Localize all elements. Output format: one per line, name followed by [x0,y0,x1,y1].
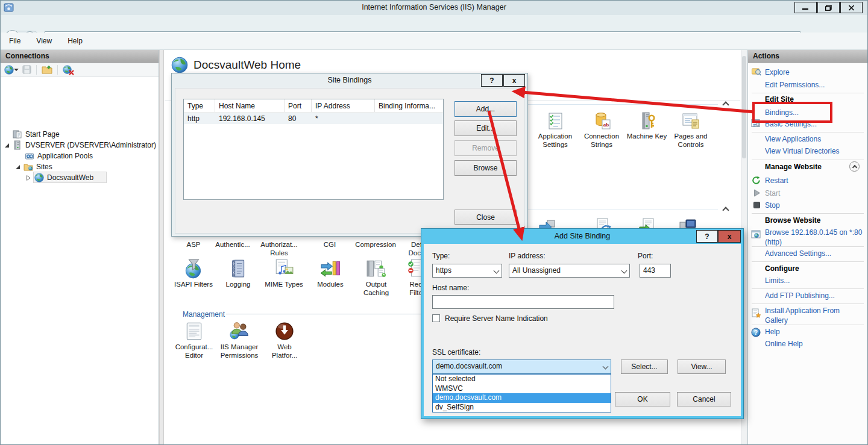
column-binding-info[interactable]: Binding Informa... [375,99,443,112]
feature-authorization-rules[interactable]: Authorizat... Rules [256,239,303,257]
feature-compression[interactable]: Compression [352,239,399,249]
close-dialog-button[interactable]: Close [454,210,517,225]
browse-website-icon [751,230,761,240]
type-select[interactable]: https [432,264,502,278]
column-type[interactable]: Type [184,99,215,112]
feature-web-platform-installer[interactable]: Web Platfor... [266,321,303,359]
cell-host-name: 192.168.0.145 [215,113,285,124]
feature-cgi[interactable]: CGI [306,239,353,249]
disconnect-button[interactable] [63,65,72,74]
action-add-ftp-publishing[interactable]: Add FTP Publishing... [765,291,835,300]
panel-splitter[interactable] [159,50,164,445]
dialog-help-button[interactable]: ? [481,74,503,87]
management-group-header[interactable]: Management [183,310,225,319]
collapse-section-button[interactable] [849,161,860,172]
action-stop[interactable]: Stop [765,201,780,210]
feature-machine-key[interactable]: Machine Key [621,111,673,141]
host-name-input[interactable] [432,295,614,309]
feature-output-caching[interactable]: Output Caching [359,258,394,297]
dialog-help-button[interactable]: ? [696,230,718,243]
action-explore[interactable]: Explore [765,68,790,76]
chevron-down-icon [621,268,627,274]
feature-iis-manager-permissions[interactable]: IIS Manager Permissions [213,321,265,359]
action-limits[interactable]: Limits... [765,276,790,285]
action-view-applications[interactable]: View Applications [765,135,821,143]
feature-pages-and-controls[interactable]: Pages and Controls [670,111,712,149]
menu-help[interactable]: Help [68,37,83,45]
install-application-icon [751,308,761,318]
feature-label: MIME Types [265,281,303,289]
close-button[interactable] [840,2,863,13]
action-bindings[interactable]: Bindings... [765,108,799,117]
dropdown-option-not-selected[interactable]: Not selected [433,375,611,384]
stop-icon [753,202,763,211]
dropdown-option-dv-selfsign[interactable]: dv_SelfSign [433,403,611,412]
action-online-help[interactable]: Online Help [765,340,803,348]
feature-mime-types[interactable]: MIME Types [260,258,307,289]
tree-item-start-page[interactable]: Start Page [13,129,60,140]
connect-dropdown-icon [14,69,19,71]
explore-icon [752,67,761,76]
port-input[interactable]: 443 [640,264,671,278]
basic-settings-icon [751,119,761,128]
binding-row-http[interactable]: http 192.168.0.145 80 * [184,113,443,124]
port-label: Port: [638,252,653,260]
actions-separator [752,93,864,93]
feature-label: Authentic... [215,241,250,249]
type-label: Type: [432,252,450,260]
minimize-button[interactable] [794,2,817,13]
main-scrollbar-thumb[interactable] [742,56,746,158]
menu-view[interactable]: View [36,37,52,45]
page-title: DocsvaultWeb Home [193,58,301,72]
feature-isapi-filters[interactable]: ISAPI Filters [170,258,217,289]
tree-item-application-pools[interactable]: Application Pools [25,151,93,161]
ip-address-select[interactable]: All Unassigned [509,264,630,278]
save-connections-button[interactable] [22,65,31,74]
feature-application-settings[interactable]: Application Settings [535,111,576,149]
chevron-down-icon [603,364,609,370]
action-edit-permissions[interactable]: Edit Permissions... [765,81,825,89]
feature-label: Pages and Controls [670,132,712,149]
feature-modules[interactable]: Modules [307,258,354,289]
column-port[interactable]: Port [285,99,312,112]
browse-binding-button[interactable]: Browse [454,160,517,176]
cancel-button[interactable]: Cancel [677,392,731,406]
tree-label: Start Page [25,130,60,138]
dropdown-option-demo-docsvault[interactable]: demo.docsvault.com [433,393,611,403]
ok-button[interactable]: OK [615,392,670,406]
feature-label: Application Settings [535,132,576,149]
column-ip-address[interactable]: IP Address [312,99,375,112]
ssl-certificate-select[interactable]: demo.docsvault.com [432,359,611,374]
action-browse-binding[interactable]: Browse 192.168.0.145 on *:80 (http) [765,228,866,247]
action-install-from-gallery[interactable]: Install Application From Gallery [765,306,861,325]
feature-authentication[interactable]: Authentic... [209,239,256,249]
menu-file[interactable]: File [9,37,20,45]
edit-binding-button[interactable]: Edit... [454,120,517,136]
feature-connection-strings[interactable]: ab Connection Strings [580,111,623,149]
feature-logging[interactable]: Logging [215,258,262,289]
page-globe-icon [171,57,188,73]
view-certificate-button[interactable]: View... [678,359,726,374]
action-basic-settings[interactable]: Basic Settings... [765,120,817,128]
create-package-button[interactable] [42,65,52,74]
add-binding-button[interactable]: Add... [454,101,517,117]
tree-item-docsvaultweb[interactable]: DocsvaultWeb [26,172,93,183]
feature-configuration-editor[interactable]: Configurat... Editor [170,321,218,359]
action-help[interactable]: Help [765,328,780,336]
dialog-close-button[interactable]: x [503,74,525,87]
tree-label: DVSERVER (DVSERVER\Administrator) [25,141,156,149]
select-certificate-button[interactable]: Select... [621,359,668,374]
tree-item-sites[interactable]: Sites [15,161,52,172]
action-advanced-settings[interactable]: Advanced Settings... [765,249,831,258]
modules-icon [320,258,341,279]
restore-button[interactable] [817,2,840,13]
column-host-name[interactable]: Host Name [215,99,285,112]
dropdown-option-wmsvc[interactable]: WMSVC [433,384,611,394]
sni-checkbox[interactable] [432,314,440,322]
cell-type: http [184,113,215,124]
connect-server-button[interactable] [4,65,17,75]
action-restart[interactable]: Restart [765,176,788,185]
action-view-virtual-directories[interactable]: View Virtual Directories [765,147,840,155]
dialog-close-button[interactable]: x [718,230,741,243]
tree-item-server[interactable]: DVSERVER (DVSERVER\Administrator) [4,140,156,151]
